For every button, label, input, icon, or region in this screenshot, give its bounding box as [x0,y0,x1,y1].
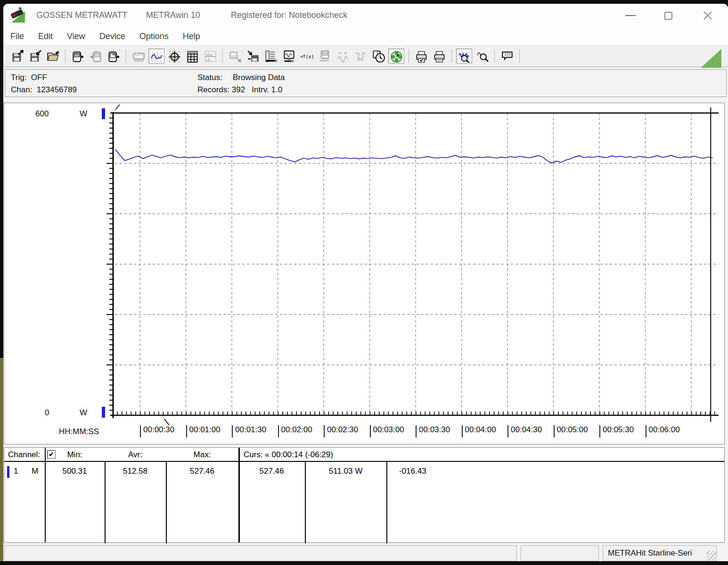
save-as-icon [29,50,41,63]
minimize-button[interactable] [620,8,641,23]
print-preview-button[interactable] [413,48,429,64]
toolbar-separator [65,49,65,63]
device-read-button[interactable]: 321 [70,48,86,64]
row-avr: 512.58 [105,467,166,476]
maximize-button[interactable] [657,8,679,23]
svg-text:321: 321 [74,52,81,56]
channel-config-icon [265,50,278,63]
toolbar-separator [126,49,126,63]
row-channel-mode: M [32,467,38,476]
row-cursor-a: 527.46 [238,467,305,476]
chan-status: Chan: 123456789 [11,85,77,95]
svg-text:321: 321 [321,52,327,56]
svg-text:123: 123 [504,52,510,56]
svg-text:1257: 1257 [134,52,143,56]
svg-text:12: 12 [376,50,381,55]
device-monitor-button[interactable] [281,48,297,64]
svg-text:M: M [113,52,115,56]
timer-icon: 12 [372,50,385,63]
toolbar-separator [409,49,409,63]
status-label: Status: [197,73,222,82]
formula-button[interactable]: =f(x) [299,48,315,64]
metrawin-window: GOSSEN METRAWATT METRAwin 10 Registered … [3,4,728,561]
zoom-icon [476,50,489,63]
print-button[interactable] [431,48,447,64]
title-bar[interactable]: GOSSEN METRAWATT METRAwin 10 Registered … [3,4,728,27]
import-button[interactable] [245,48,261,64]
trig-status: Trig: OFF [11,73,47,82]
status-section-device: METRAHit Starline-Seri [603,545,717,561]
toolbar-separator [519,49,520,63]
toolbar-corner-triangle-icon [701,49,721,68]
timer-button[interactable]: 12 [370,48,386,64]
analog-trigger-button [335,48,351,64]
connected-device-name: METRAHit Starline-Seri [608,549,692,558]
time-label: 00:05:00 [554,425,588,437]
time-label: 00:02:00 [278,425,312,437]
print-preview-icon [415,50,428,63]
status-value: Browsing Data [233,73,285,82]
menu-item-options[interactable]: Options [132,30,176,43]
menu-item-device[interactable]: Device [92,30,132,43]
time-label: 00:05:30 [599,425,634,437]
save-as-button[interactable] [27,48,43,64]
menu-item-edit[interactable]: Edit [31,30,60,43]
chart-panel[interactable]: 600 W 0 W HH:MM:SS 00:00:3000:01:0000:01… [4,103,725,444]
memory-read-icon: M [107,50,120,63]
digital-trigger-icon [354,50,367,63]
power-trace [115,150,713,163]
device-write-button: 321 [88,48,104,64]
device-monitor-icon [283,50,295,63]
live-record-button[interactable] [388,48,404,64]
memory-read-button[interactable]: M [106,48,122,64]
time-label: 00:01:00 [186,425,221,437]
zoom-horizontal-button[interactable] [456,48,472,64]
title-app-name: METRAwin 10 [146,10,200,20]
row-min: 500.31 [45,467,105,476]
open-file-button[interactable] [45,48,61,64]
title-brand: GOSSEN METRAWATT [36,10,127,20]
time-label: 00:00:30 [140,425,174,437]
title-registered: Registered for: Notebookcheck [231,10,347,20]
status-bar: METRAHit Starline-Seri [3,545,728,561]
header-cursor: Curs: « 00:00:14 (-06:29) [244,450,333,460]
status-section-left [4,545,517,561]
save-file-button[interactable] [9,48,25,64]
annotation-button[interactable]: 123 [499,48,515,64]
header-min: Min: [45,450,105,460]
view-table-icon [186,50,199,63]
view-meter-button[interactable] [166,48,182,64]
analog-trigger-icon [336,50,349,63]
maximize-icon [664,12,672,20]
device-config-icon: 321 [319,50,331,63]
channel-config-button[interactable] [263,48,279,64]
close-button[interactable] [697,8,719,23]
live-record-icon [390,50,403,63]
menu-item-view[interactable]: View [60,30,92,43]
menu-item-help[interactable]: Help [176,30,207,43]
header-avr: Avr: [105,450,166,460]
digital-trigger-button [352,48,368,64]
view-histogram-icon [204,50,217,63]
view-chart-button[interactable] [148,48,164,64]
chart-svg[interactable] [4,103,724,444]
time-label: 00:02:30 [324,425,358,437]
display-1257-button: 1257 [131,48,147,64]
menu-item-file[interactable]: File [3,30,31,43]
row-delta: -016.43 [399,467,426,476]
resize-grip[interactable] [706,551,717,560]
toolbar-separator [494,49,495,63]
zoom-button[interactable] [474,48,490,64]
row-cursor-b: 511.03 W [305,467,386,476]
open-file-icon [47,50,59,63]
view-table-button[interactable] [184,48,200,64]
row-max: 527.46 [166,467,238,476]
status-section-middle [521,545,599,561]
zoom-horizontal-icon [458,50,471,63]
stats-table: Channel: ✔ Min: Avr: Max: Curs: « 00:00:… [4,447,725,543]
view-chart-icon [150,50,163,63]
view-meter-icon [168,50,181,63]
device-config-button: 321 [317,48,333,64]
formula-icon: =f(x) [301,50,313,63]
time-label: 00:06:00 [646,425,680,437]
